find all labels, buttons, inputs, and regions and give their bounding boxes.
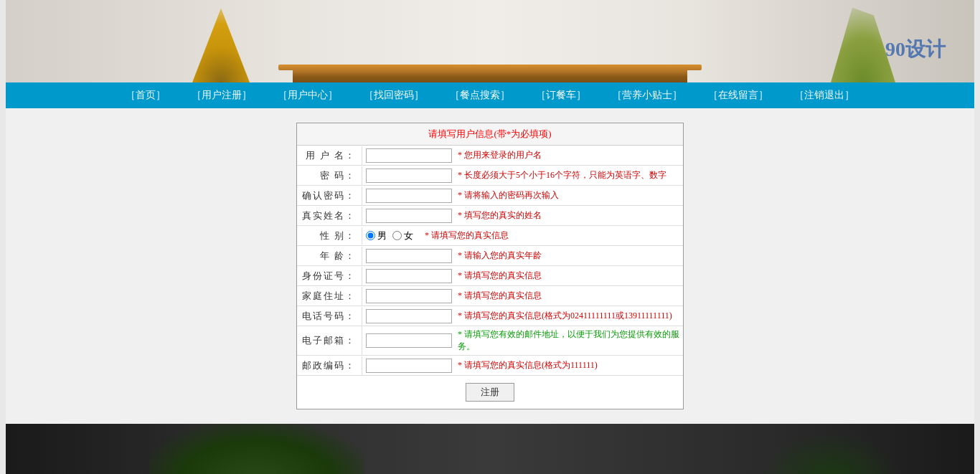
password-label: 密 码： [297, 169, 362, 182]
id-card-input[interactable] [366, 269, 452, 283]
confirm-password-label: 确认密码： [297, 189, 362, 202]
nav-item-home[interactable]: ［首页］ [113, 82, 179, 108]
address-hint: * 请填写您的真实信息 [458, 290, 542, 302]
nav-item-nutrition[interactable]: ［营养小贴士］ [599, 82, 695, 108]
password-hint: * 长度必须大于5个小于16个字符，只能为英语字、数字 [458, 169, 666, 181]
id-card-label: 身份证号： [297, 270, 362, 283]
gender-male-option[interactable]: 男 [366, 229, 387, 242]
gender-female-option[interactable]: 女 [392, 229, 413, 242]
nav-item-logout[interactable]: ［注销退出］ [781, 82, 867, 108]
age-input-area: * 请输入您的真实年龄 [362, 247, 683, 265]
footer-banner [6, 424, 974, 474]
email-label: 电子邮箱： [297, 334, 362, 347]
email-input[interactable] [366, 333, 452, 348]
form-title: 请填写用户信息(带*为必填项) [297, 123, 683, 146]
gender-hint: * 请填写您的真实信息 [425, 229, 509, 242]
phone-row: 电话号码： * 请填写您的真实信息(格式为02411111111或1391111… [297, 306, 683, 326]
real-name-input[interactable] [366, 209, 452, 223]
confirm-password-row: 确认密码： * 请将输入的密码再次输入 [297, 186, 683, 206]
form-title-text: 请填写用户信息(带*为必填项) [428, 128, 551, 139]
phone-input-area: * 请填写您的真实信息(格式为02411111111或13911111111) [362, 307, 683, 326]
address-input-area: * 请填写您的真实信息 [362, 287, 683, 305]
nav-item-order-food[interactable]: ［订餐车］ [523, 82, 599, 108]
id-card-row: 身份证号： * 请填写您的真实信息 [297, 266, 683, 286]
password-input-area: * 长度必须大于5个小于16个字符，只能为英语字、数字 [362, 166, 683, 185]
real-name-row: 真实姓名： * 填写您的真实的姓名 [297, 206, 683, 226]
real-name-input-area: * 填写您的真实的姓名 [362, 207, 683, 225]
age-input[interactable] [366, 249, 452, 263]
wood-shelf-decoration [293, 68, 687, 82]
username-label: 用 户 名： [297, 149, 362, 162]
submit-button[interactable]: 注册 [466, 383, 514, 402]
address-input[interactable] [366, 289, 452, 303]
email-hint: * 请填写您有效的邮件地址，以便于我们为您提供有效的服务。 [458, 328, 679, 353]
real-name-label: 真实姓名： [297, 209, 362, 222]
gender-row: 性 别： 男 女 * 请填写您的真实信息 [297, 226, 683, 246]
gender-female-radio[interactable] [392, 231, 402, 240]
gender-male-label: 男 [377, 229, 387, 242]
confirm-password-input[interactable] [366, 189, 452, 203]
phone-input[interactable] [366, 309, 452, 323]
submit-row: 注册 [297, 376, 683, 409]
password-row: 密 码： * 长度必须大于5个小于16个字符，只能为英语字、数字 [297, 166, 683, 186]
main-content: 请填写用户信息(带*为必填项) 用 户 名： * 您用来登录的用户名 密 码： … [6, 108, 974, 424]
registration-form-container: 请填写用户信息(带*为必填项) 用 户 名： * 您用来登录的用户名 密 码： … [296, 123, 684, 409]
username-row: 用 户 名： * 您用来登录的用户名 [297, 146, 683, 166]
username-hint: * 您用来登录的用户名 [458, 149, 542, 161]
id-card-input-area: * 请填写您的真实信息 [362, 267, 683, 285]
phone-hint: * 请填写您的真实信息(格式为02411111111或13911111111) [458, 310, 672, 322]
nav-item-find-password[interactable]: ［找回密码］ [351, 82, 437, 108]
postal-code-label: 邮政编码： [297, 359, 362, 372]
id-card-hint: * 请填写您的真实信息 [458, 270, 542, 282]
email-row: 电子邮箱： * 请填写您有效的邮件地址，以便于我们为您提供有效的服务。 [297, 326, 683, 356]
age-row: 年 龄： * 请输入您的真实年龄 [297, 246, 683, 266]
nav-item-register[interactable]: ［用户注册］ [179, 82, 265, 108]
site-logo: 90设计 [885, 36, 946, 63]
postal-code-input[interactable] [366, 359, 452, 373]
age-label: 年 龄： [297, 250, 362, 262]
confirm-password-input-area: * 请将输入的密码再次输入 [362, 186, 683, 205]
gender-label: 性 别： [297, 229, 362, 242]
navigation-bar: ［首页］ ［用户注册］ ［用户中心］ ［找回密码］ ［餐点搜索］ ［订餐车］ ［… [6, 82, 974, 108]
address-row: 家庭住址： * 请填写您的真实信息 [297, 286, 683, 306]
nav-item-user-center[interactable]: ［用户中心］ [265, 82, 351, 108]
real-name-hint: * 填写您的真实的姓名 [458, 209, 542, 222]
username-input-area: * 您用来登录的用户名 [362, 146, 683, 165]
confirm-password-hint: * 请将输入的密码再次输入 [458, 189, 559, 202]
nav-item-food-search[interactable]: ［餐点搜索］ [437, 82, 523, 108]
postal-code-hint: * 请填写您的真实信息(格式为111111) [458, 359, 598, 371]
header-banner: 90设计 [6, 0, 974, 82]
gender-female-label: 女 [404, 229, 413, 242]
phone-label: 电话号码： [297, 310, 362, 323]
address-label: 家庭住址： [297, 290, 362, 303]
age-hint: * 请输入您的真实年龄 [458, 250, 542, 262]
postal-code-row: 邮政编码： * 请填写您的真实信息(格式为111111) [297, 356, 683, 376]
nav-item-message[interactable]: ［在线留言］ [695, 82, 781, 108]
password-input[interactable] [366, 169, 452, 183]
email-input-area: * 请填写您有效的邮件地址，以便于我们为您提供有效的服务。 [362, 326, 683, 355]
gender-male-radio[interactable] [366, 231, 375, 240]
gender-input-area: 男 女 * 请填写您的真实信息 [362, 227, 683, 245]
username-input[interactable] [366, 148, 452, 163]
postal-code-input-area: * 请填写您的真实信息(格式为111111) [362, 356, 683, 375]
